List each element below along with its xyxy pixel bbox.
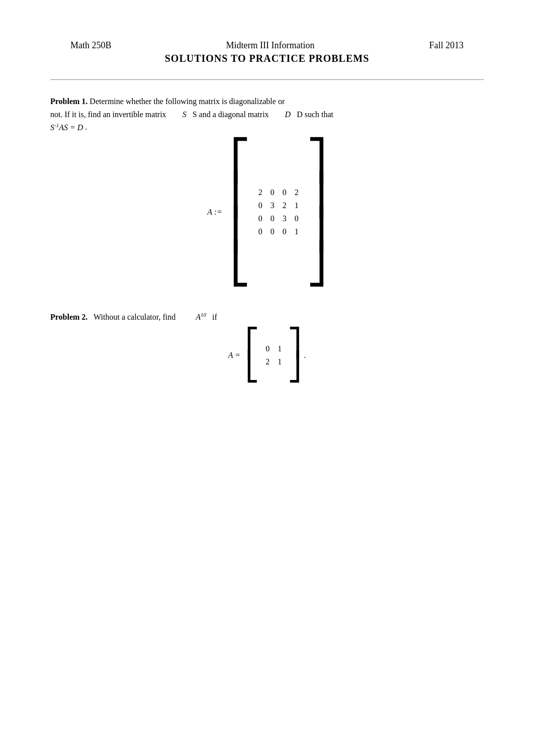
- matrix-cell-1-2: 2: [279, 199, 291, 212]
- midterm-title: Midterm III Information: [226, 40, 315, 51]
- problem-2-label: Problem 2.: [50, 313, 87, 321]
- matrix-cell-1-1: 3: [266, 199, 279, 212]
- problem-1-d-var: D: [285, 110, 291, 119]
- matrix-2-label: A =: [228, 351, 240, 360]
- matrix2-cell-1-0: 2: [261, 355, 274, 368]
- course-title: Math 250B: [70, 40, 112, 51]
- problem-2-matrix-container: A = ⎡⎣ 0 1 2 1 ⎤⎦ .: [50, 332, 484, 379]
- matrix-1-bracket-left: ⎡⎢⎢⎣: [230, 144, 250, 280]
- problem-1-text2b: S and a diagonal matrix: [193, 110, 269, 119]
- semester-title: Fall 2013: [429, 40, 464, 51]
- problem-1-label: Problem 1.: [50, 97, 87, 106]
- matrix-cell-3-2: 0: [279, 225, 291, 238]
- problem-1-period: .: [83, 123, 87, 132]
- problem-1-text: Problem 1. Determine whether the followi…: [50, 95, 484, 134]
- matrix2-cell-0-0: 0: [261, 342, 274, 355]
- matrix2-cell-1-1: 1: [274, 355, 286, 368]
- problem-1-text1-content: Determine whether the following matrix i…: [90, 97, 285, 106]
- matrix-cell-3-0: 0: [254, 225, 266, 238]
- problem-2-section: Problem 2. Without a calculator, find A1…: [50, 311, 484, 379]
- problem-1-section: Problem 1. Determine whether the followi…: [50, 95, 484, 280]
- problem-1-text2c: D such that: [297, 110, 333, 119]
- matrix-2-bracket-right: ⎤⎦: [288, 332, 302, 379]
- page-header: Math 250B Midterm III Information Fall 2…: [50, 30, 484, 64]
- problem-2-text: Problem 2. Without a calculator, find A1…: [50, 311, 484, 324]
- matrix-cell-2-1: 0: [266, 212, 279, 225]
- matrix-cell-1-0: 0: [254, 199, 266, 212]
- problem-2-text1: Without a calculator, find: [94, 313, 175, 321]
- matrix-cell-2-3: 0: [291, 212, 303, 225]
- matrix-cell-0-0: 2: [254, 186, 266, 199]
- matrix-cell-3-1: 0: [266, 225, 279, 238]
- matrix2-cell-0-1: 1: [274, 342, 286, 355]
- matrix-cell-1-3: 1: [291, 199, 303, 212]
- matrix-1-label: A :=: [207, 208, 222, 217]
- matrix-cell-0-3: 2: [291, 186, 303, 199]
- problem-1-text2: not. If it is, find an invertible matrix: [50, 110, 166, 119]
- matrix-1-content: 2 0 0 2 0 3 2 1 0 0 3 0 0 0 0 1: [254, 186, 303, 238]
- matrix-cell-2-0: 0: [254, 212, 266, 225]
- header-divider: [50, 79, 484, 80]
- matrix-1-bracket-right: ⎤⎥⎥⎦: [307, 144, 327, 280]
- matrix-2-period: .: [304, 351, 306, 360]
- matrix-cell-0-1: 0: [266, 186, 279, 199]
- page-subtitle: SOLUTIONS TO PRACTICE PROBLEMS: [50, 53, 484, 64]
- problem-1-equation: S-1AS = D: [50, 123, 83, 132]
- problem-1-s-var: S: [183, 110, 187, 119]
- matrix-cell-0-2: 0: [279, 186, 291, 199]
- matrix-2-content: 0 1 2 1: [261, 342, 286, 368]
- problem-1-matrix-container: A := ⎡⎢⎢⎣ 2 0 0 2 0 3 2 1 0 0 3 0 0 0 0 …: [50, 144, 484, 280]
- matrix-cell-2-2: 3: [279, 212, 291, 225]
- matrix-2-bracket-left: ⎡⎣: [245, 332, 259, 379]
- header-line1: Math 250B Midterm III Information Fall 2…: [50, 40, 484, 51]
- problem-2-a-power: A10: [196, 313, 206, 321]
- problem-2-text1c: if: [212, 313, 217, 321]
- matrix-cell-3-3: 1: [291, 225, 303, 238]
